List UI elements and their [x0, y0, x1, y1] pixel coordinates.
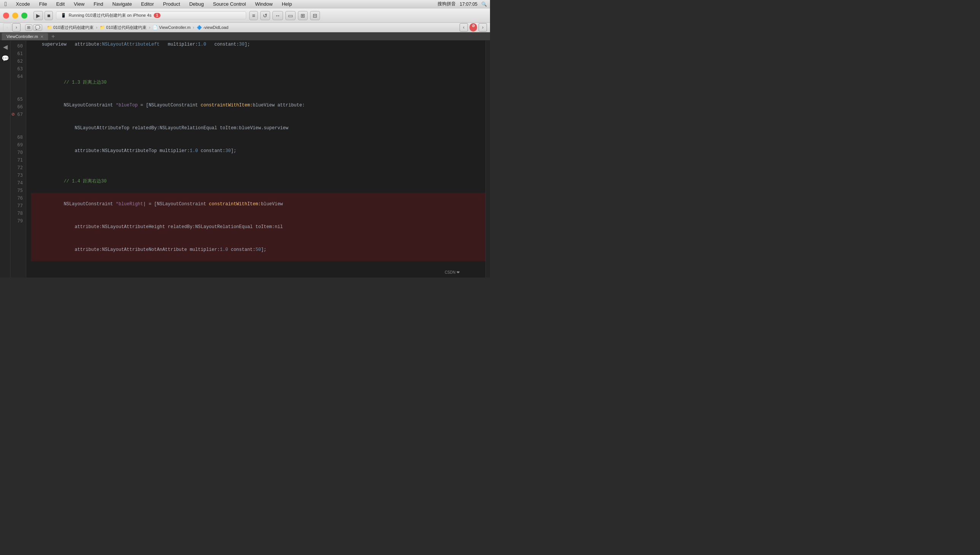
error-indicator-67: ⊘	[11, 110, 14, 118]
folder-icon: 📁	[47, 25, 52, 30]
line-69: 69	[18, 142, 23, 148]
navigator-toggle[interactable]: ⊞	[25, 24, 32, 31]
line-79: 79	[18, 218, 23, 223]
code-partial-top: superview attribute:NSLayoutAttributeLef…	[31, 41, 486, 48]
menu-bar-right: 搜狗拼音 17:07:05 🔍	[438, 1, 487, 7]
build-run-button[interactable]: ▶	[34, 11, 43, 20]
refresh-button[interactable]: ↺	[260, 11, 270, 20]
line-67: 67	[18, 112, 23, 117]
line-67-cont1	[11, 118, 26, 126]
line-70: 70	[18, 150, 23, 155]
line-77: 77	[18, 203, 23, 208]
input-method: 搜狗拼音	[438, 1, 456, 7]
line-60: 60	[18, 42, 23, 50]
breadcrumb-label-project: 010通过代码创建约束	[53, 25, 93, 30]
line-64-cont1	[11, 80, 26, 88]
code-line-67: NSLayoutConstraint *blueRight| = [NSLayo…	[31, 193, 486, 215]
chat-icon[interactable]: 💬	[33, 24, 42, 31]
breadcrumb-item-method[interactable]: 🔷 -viewDidLoad	[197, 25, 229, 30]
running-banner: 📱 Running 010通过代码创建约束 on iPhone 4s 1	[56, 11, 246, 19]
breadcrumb-item-file[interactable]: 📄 ViewController.m	[153, 25, 191, 30]
menu-window[interactable]: Window	[253, 1, 274, 7]
code-line-67-cont2: attribute:NSLayoutAttributeNotAnAttribut…	[31, 238, 486, 261]
code-line-63: // 1.3 距离上边30	[31, 71, 486, 94]
line-75: 75	[18, 188, 23, 193]
menu-view[interactable]: View	[72, 1, 86, 7]
code-editor: 60 61 62 63 64 65 66 ⊘ 6	[11, 41, 490, 278]
code-line-65	[31, 162, 486, 170]
line-78: 78	[18, 210, 23, 216]
add-tab-button[interactable]: +	[50, 33, 56, 40]
menu-find[interactable]: Find	[92, 1, 105, 7]
search-icon[interactable]: 🔍	[481, 2, 487, 7]
tab-close-button[interactable]: ✕	[40, 35, 43, 39]
minimap-scrollbar[interactable]	[486, 41, 490, 278]
editor-wrapper: ◀ 💬 60 61 62 63 64 65	[0, 41, 490, 278]
line-66: 66	[18, 104, 23, 109]
line-62: 62	[18, 59, 23, 64]
forward-button[interactable]: ›	[12, 23, 21, 32]
code-line-70: // 2.创建红色view的约束	[31, 276, 486, 278]
close-button[interactable]	[3, 13, 9, 19]
breadcrumb-bar: ‹ › ⊞ 💬 📁 010通过代码创建约束 › 📁 010通过代码创建约束 › …	[0, 23, 490, 32]
line-65: 65	[18, 96, 23, 102]
menu-debug[interactable]: Debug	[188, 1, 205, 7]
method-icon: 🔷	[197, 25, 202, 30]
editor-layout-1-button[interactable]: ▭	[285, 11, 296, 20]
menu-source-control[interactable]: Source Control	[211, 1, 248, 7]
breadcrumb-label-folder: 010通过代码创建约束	[106, 25, 146, 30]
running-text: Running 010通过代码创建约束 on iPhone 4s	[69, 13, 151, 18]
apple-menu[interactable]: 	[3, 1, 8, 8]
menu-help[interactable]: Help	[280, 1, 294, 7]
issue-badge: ⊘	[470, 23, 477, 32]
tab-viewcontroller[interactable]: ViewController.m ✕	[2, 33, 48, 40]
line-71: 71	[18, 157, 23, 163]
next-issue-button[interactable]: ›	[479, 23, 487, 32]
watermark: CSDN ❤	[445, 270, 460, 274]
toolbar-right: ≡ ↺ ↔ ▭ ⊞ ⊟	[249, 11, 320, 20]
editor-layout-3-button[interactable]: ⊟	[310, 11, 320, 20]
code-line-68	[31, 261, 486, 269]
breadcrumb-sep-1: ›	[96, 25, 97, 30]
line-61: 61	[18, 51, 23, 56]
back-button[interactable]: ‹	[3, 23, 11, 32]
tab-bar: ViewController.m ✕ +	[0, 32, 490, 41]
line-63: 63	[18, 66, 23, 71]
sidebar-chat-icon[interactable]: 💬	[1, 54, 10, 63]
maximize-button[interactable]	[21, 13, 27, 19]
menu-edit[interactable]: Edit	[55, 1, 66, 7]
editor-layout-2-button[interactable]: ⊞	[298, 11, 308, 20]
breadcrumb-label-method: -viewDidLoad	[203, 25, 229, 30]
file-icon: 📄	[153, 25, 158, 30]
line-68: 68	[18, 135, 23, 140]
line-76: 76	[18, 196, 23, 201]
line-64: 64	[18, 74, 23, 79]
prev-issue-button[interactable]: ‹	[460, 23, 468, 32]
menu-editor[interactable]: Editor	[140, 1, 156, 7]
line-74: 74	[18, 180, 23, 186]
code-line-67-cont1: attribute:NSLayoutAttributeHeight relate…	[31, 215, 486, 238]
breakpoint-button[interactable]: ↔	[272, 11, 283, 20]
sidebar-toggle-icon[interactable]: ◀	[1, 42, 10, 51]
menu-bar:  Xcode File Edit View Find Navigate Edi…	[0, 0, 490, 8]
code-line-60	[31, 48, 486, 56]
menu-xcode[interactable]: Xcode	[14, 1, 32, 7]
code-line-64-cont1: NSLayoutAttributeTop relatedBy:NSLayoutR…	[31, 117, 486, 140]
code-line-64: NSLayoutConstraint *blueTop = [NSLayoutC…	[31, 94, 486, 117]
breadcrumb-sep-2: ›	[149, 25, 150, 30]
menu-navigate[interactable]: Navigate	[111, 1, 133, 7]
breadcrumb-item-project[interactable]: 📁 010通过代码创建约束	[47, 25, 93, 30]
breadcrumb-item-folder[interactable]: 📁 010通过代码创建约束	[100, 25, 146, 30]
code-content[interactable]: superview attribute:NSLayoutAttributeLef…	[26, 41, 486, 278]
code-line-64-cont2: attribute:NSLayoutAttributeTop multiplie…	[31, 140, 486, 162]
code-line-61	[31, 56, 486, 64]
line-72: 72	[18, 165, 23, 170]
line-numbers-panel: 60 61 62 63 64 65 66 ⊘ 6	[11, 41, 26, 278]
layout-list-button[interactable]: ≡	[249, 11, 257, 20]
menu-product[interactable]: Product	[162, 1, 182, 7]
menu-file[interactable]: File	[38, 1, 49, 7]
clock: 17:07:05	[460, 2, 478, 7]
minimize-button[interactable]	[12, 13, 18, 19]
code-line-69	[31, 269, 486, 276]
stop-button[interactable]: ■	[45, 11, 53, 20]
